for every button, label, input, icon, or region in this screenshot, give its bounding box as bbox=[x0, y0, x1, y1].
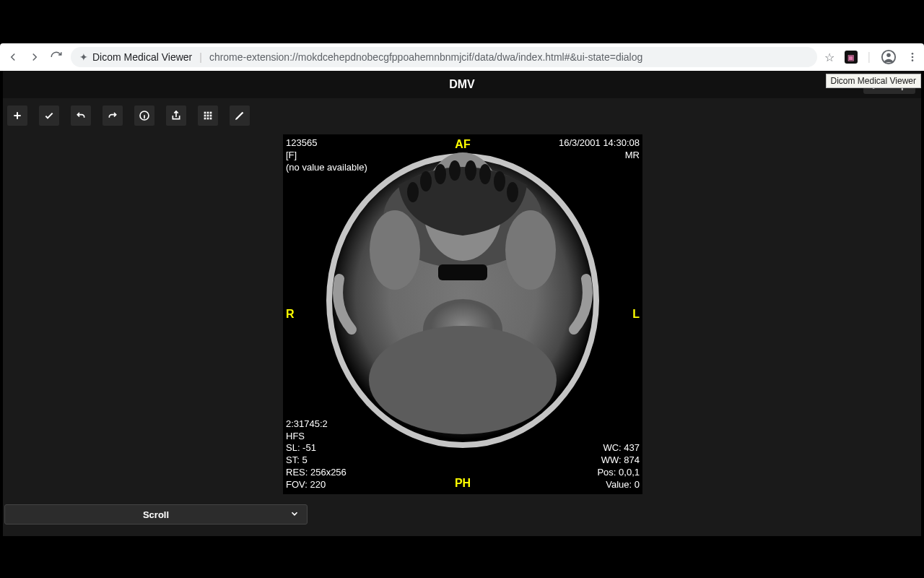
patient-id: 123565 bbox=[286, 137, 367, 150]
svg-point-25 bbox=[494, 171, 505, 191]
svg-point-24 bbox=[479, 164, 491, 184]
window-width: WW: 874 bbox=[597, 454, 640, 467]
overlay-bottom-right: WC: 437 WW: 874 Pos: 0,0,1 Value: 0 bbox=[597, 442, 640, 491]
window-center: WC: 437 bbox=[597, 442, 640, 454]
apply-button[interactable] bbox=[39, 105, 59, 126]
app-title: DMV bbox=[449, 78, 475, 91]
field-of-view: FOV: 220 bbox=[286, 479, 346, 491]
orientation-right: L bbox=[632, 307, 640, 322]
forward-button[interactable] bbox=[27, 50, 42, 64]
pixel-value: Value: 0 bbox=[597, 479, 640, 491]
patient-sex: [F] bbox=[286, 150, 367, 162]
overlay-top-left: 123565 [F] (no value available) bbox=[286, 137, 367, 174]
grid-button[interactable] bbox=[198, 105, 218, 126]
overlay-top-right: 16/3/2001 14:30:08 MR bbox=[559, 137, 640, 162]
extension-icon: ✦ bbox=[79, 51, 88, 63]
info-button[interactable] bbox=[134, 105, 154, 126]
svg-point-3 bbox=[912, 56, 914, 59]
reload-button[interactable] bbox=[49, 50, 64, 64]
value-status: (no value available) bbox=[286, 162, 367, 174]
svg-point-26 bbox=[507, 182, 518, 202]
svg-point-22 bbox=[449, 160, 461, 181]
svg-rect-6 bbox=[204, 112, 206, 114]
svg-point-23 bbox=[465, 160, 476, 181]
extension-badge-icon[interactable]: ▣ bbox=[845, 51, 858, 64]
acquisition-datetime: 16/3/2001 14:30:08 bbox=[559, 137, 640, 150]
page-title: Dicom Medical Viewer bbox=[92, 51, 192, 63]
svg-point-1 bbox=[886, 53, 891, 58]
svg-point-31 bbox=[369, 326, 557, 434]
tool-toolbar bbox=[7, 105, 250, 126]
orientation-top: AF bbox=[455, 137, 470, 152]
slice-thickness: ST: 5 bbox=[286, 454, 346, 467]
svg-point-28 bbox=[505, 210, 556, 290]
svg-point-20 bbox=[420, 171, 432, 191]
page-url: chrome-extension://mokdcehepdnobecgfppoa… bbox=[209, 51, 642, 63]
svg-rect-12 bbox=[204, 118, 206, 120]
svg-rect-29 bbox=[438, 264, 487, 280]
bookmark-star-icon[interactable]: ☆ bbox=[824, 51, 834, 64]
overlay-bottom-left: 2:31745:2 HFS SL: -51 ST: 5 RES: 256x256… bbox=[286, 418, 346, 491]
undo-button[interactable] bbox=[71, 105, 91, 126]
svg-point-27 bbox=[370, 210, 420, 290]
redo-button[interactable] bbox=[103, 105, 123, 126]
svg-rect-9 bbox=[204, 115, 206, 117]
account-icon[interactable] bbox=[881, 49, 897, 65]
svg-rect-13 bbox=[207, 118, 209, 120]
svg-rect-14 bbox=[210, 118, 212, 120]
position-ref: HFS bbox=[286, 431, 346, 443]
svg-point-19 bbox=[407, 182, 419, 202]
svg-point-4 bbox=[912, 59, 914, 61]
chevron-down-icon bbox=[289, 509, 300, 521]
browser-menu-icon[interactable] bbox=[907, 49, 918, 65]
svg-rect-8 bbox=[210, 112, 212, 114]
svg-point-21 bbox=[435, 164, 446, 184]
mode-label: Scroll bbox=[143, 509, 169, 520]
export-button[interactable] bbox=[166, 105, 186, 126]
svg-rect-11 bbox=[210, 115, 212, 117]
svg-rect-7 bbox=[207, 112, 209, 114]
resolution: RES: 256x256 bbox=[286, 467, 346, 479]
image-viewport[interactable]: 123565 [F] (no value available) 16/3/200… bbox=[283, 134, 642, 494]
svg-rect-10 bbox=[207, 115, 209, 117]
svg-point-2 bbox=[912, 53, 914, 55]
extension-tooltip: Dicom Medical Viewer bbox=[826, 74, 921, 88]
series-id: 2:31745:2 bbox=[286, 418, 346, 431]
slice-location: SL: -51 bbox=[286, 442, 346, 454]
edit-button[interactable] bbox=[230, 105, 250, 126]
orientation-bottom: PH bbox=[455, 476, 471, 491]
back-button[interactable] bbox=[6, 50, 20, 64]
address-bar[interactable]: ✦ Dicom Medical Viewer | chrome-extensio… bbox=[71, 47, 817, 67]
cursor-pos: Pos: 0,0,1 bbox=[597, 467, 640, 479]
mode-dropdown[interactable]: Scroll bbox=[4, 504, 308, 525]
browser-toolbar: ✦ Dicom Medical Viewer | chrome-extensio… bbox=[0, 43, 924, 71]
app-header: DMV Help bbox=[3, 71, 921, 98]
orientation-left: R bbox=[286, 307, 295, 322]
add-button[interactable] bbox=[7, 105, 27, 126]
modality: MR bbox=[559, 150, 640, 162]
